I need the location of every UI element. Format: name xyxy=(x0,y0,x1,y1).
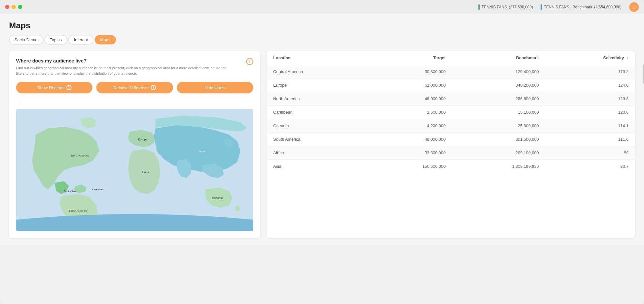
svg-text:Asia: Asia xyxy=(199,150,205,153)
cell-selectivity: 111.6 xyxy=(545,133,635,146)
audience1-dot xyxy=(478,4,480,10)
cell-target: 48,000,000 xyxy=(367,133,452,146)
main-content: Maps Socio-Demo Topics Interest Maps Whe… xyxy=(0,14,644,245)
audience2-dot xyxy=(541,4,542,10)
cell-selectivity: 80.7 xyxy=(545,160,635,173)
cell-location: Asia xyxy=(267,160,367,173)
cell-selectivity: 120.6 xyxy=(545,106,635,119)
cell-location: North America xyxy=(267,92,367,106)
close-button[interactable] xyxy=(5,5,9,9)
cell-benchmark: 1,308,199,936 xyxy=(452,160,545,173)
svg-text:Europe: Europe xyxy=(138,138,147,141)
titlebar-right: TENNIS FANS (377,500,000) TENNIS FANS - … xyxy=(478,2,639,12)
map-container[interactable]: North America Central America Caribbean … xyxy=(16,109,253,231)
relative-difference-icon: ❯ xyxy=(151,85,156,90)
cell-selectivity: 114.1 xyxy=(545,119,635,133)
traffic-lights xyxy=(5,5,22,9)
table-row: Africa 33,800,000 269,100,000 88 xyxy=(267,146,635,160)
cell-benchmark: 120,400,000 xyxy=(452,65,545,79)
maximize-button[interactable] xyxy=(18,5,22,9)
left-panel: Where does my audience live? Find out in… xyxy=(9,51,260,238)
cell-target: 4,200,000 xyxy=(367,119,452,133)
tab-interest[interactable]: Interest xyxy=(68,35,93,44)
world-map: North America Central America Caribbean … xyxy=(16,109,253,231)
tab-maps[interactable]: Maps xyxy=(95,35,116,44)
show-regions-button[interactable]: Show Regions ❯ xyxy=(16,82,92,93)
table-row: Asia 150,600,000 1,308,199,936 80.7 xyxy=(267,160,635,173)
cell-benchmark: 301,500,000 xyxy=(452,133,545,146)
page-title: Maps xyxy=(9,21,635,31)
hide-labels-button[interactable]: Hide labels xyxy=(177,82,253,93)
relative-difference-button[interactable]: Relative Difference ❯ xyxy=(96,82,173,93)
table-body: Central America 30,800,000 120,400,000 1… xyxy=(267,65,635,173)
app-window: TENNIS FANS (377,500,000) TENNIS FANS - … xyxy=(0,0,644,304)
table-row: South America 48,000,000 301,500,000 111… xyxy=(267,133,635,146)
cell-location: Caribbean xyxy=(267,106,367,119)
col-target: Target xyxy=(367,51,452,65)
table-row: Central America 30,800,000 120,400,000 1… xyxy=(267,65,635,79)
cell-location: Central America xyxy=(267,65,367,79)
audience2-badge: TENNIS FANS - Benchmark (2,654,600,000) xyxy=(541,4,621,10)
svg-text:Oceania: Oceania xyxy=(212,196,223,200)
cell-selectivity: 88 xyxy=(545,146,635,160)
cell-location: Oceania xyxy=(267,119,367,133)
cell-target: 46,900,000 xyxy=(367,92,452,106)
cell-benchmark: 15,100,000 xyxy=(452,106,545,119)
cell-target: 150,600,000 xyxy=(367,160,452,173)
col-benchmark: Benchmark xyxy=(452,51,545,65)
data-table: Location Target Benchmark Selectivity ↓ … xyxy=(267,51,635,173)
info-icon[interactable]: i xyxy=(246,58,253,65)
cell-target: 2,600,000 xyxy=(367,106,452,119)
cell-target: 33,800,000 xyxy=(367,146,452,160)
svg-text:North America: North America xyxy=(71,154,90,157)
table-row: North America 46,900,000 266,600,000 123… xyxy=(267,92,635,106)
cell-selectivity: 124.8 xyxy=(545,79,635,92)
panel-header: Where does my audience live? Find out in… xyxy=(16,58,253,76)
col-selectivity-label: Selectivity xyxy=(603,55,624,60)
tabs-bar: Socio-Demo Topics Interest Maps xyxy=(9,35,635,44)
cell-benchmark: 25,800,000 xyxy=(452,119,545,133)
cell-location: South America xyxy=(267,133,367,146)
cell-location: Africa xyxy=(267,146,367,160)
map-options-icon[interactable]: ⋮ xyxy=(16,99,253,106)
sort-icon: ↓ xyxy=(627,55,629,60)
cell-benchmark: 269,100,000 xyxy=(452,146,545,160)
download-button[interactable]: ↓ xyxy=(629,2,639,12)
audience2-label: TENNIS FANS - Benchmark xyxy=(544,5,592,9)
relative-difference-label: Relative Difference xyxy=(113,85,149,90)
cell-benchmark: 348,200,000 xyxy=(452,79,545,92)
col-location: Location xyxy=(267,51,367,65)
table-header: Location Target Benchmark Selectivity ↓ xyxy=(267,51,635,65)
table-row: Oceania 4,200,000 25,800,000 114.1 xyxy=(267,119,635,133)
cell-target: 62,000,000 xyxy=(367,79,452,92)
filter-buttons: Show Regions ❯ Relative Difference ❯ Hid… xyxy=(16,82,253,93)
panel-subtitle: Find out in which geographical area my a… xyxy=(16,65,235,76)
cell-target: 30,800,000 xyxy=(367,65,452,79)
tab-socio-demo[interactable]: Socio-Demo xyxy=(9,35,43,44)
audience2-count: (2,654,600,000) xyxy=(594,5,621,9)
cell-location: Europe xyxy=(267,79,367,92)
minimize-button[interactable] xyxy=(12,5,16,9)
audience1-badge: TENNIS FANS (377,500,000) xyxy=(478,4,533,10)
svg-text:Caribbean: Caribbean xyxy=(92,188,103,191)
svg-text:Africa: Africa xyxy=(141,171,149,174)
cell-selectivity: 179.2 xyxy=(545,65,635,79)
table-row: Caribbean 2,600,000 15,100,000 120.6 xyxy=(267,106,635,119)
cell-selectivity: 123.3 xyxy=(545,92,635,106)
audience1-count: (377,500,000) xyxy=(509,5,533,9)
content-area: Where does my audience live? Find out in… xyxy=(9,51,635,238)
svg-text:South America: South America xyxy=(69,209,87,212)
col-selectivity[interactable]: Selectivity ↓ xyxy=(545,51,635,65)
hide-labels-label: Hide labels xyxy=(205,85,225,90)
cell-benchmark: 266,600,000 xyxy=(452,92,545,106)
audience1-label: TENNIS FANS xyxy=(482,5,507,9)
titlebar: TENNIS FANS (377,500,000) TENNIS FANS - … xyxy=(0,0,644,14)
scrollbar[interactable] xyxy=(643,64,644,84)
tab-topics[interactable]: Topics xyxy=(44,35,67,44)
panel-header-text: Where does my audience live? Find out in… xyxy=(16,58,235,76)
panel-title: Where does my audience live? xyxy=(16,58,235,63)
right-panel: Location Target Benchmark Selectivity ↓ … xyxy=(267,51,635,238)
show-regions-label: Show Regions xyxy=(37,85,64,90)
table-row: Europe 62,000,000 348,200,000 124.8 xyxy=(267,79,635,92)
show-regions-icon: ❯ xyxy=(66,85,72,90)
